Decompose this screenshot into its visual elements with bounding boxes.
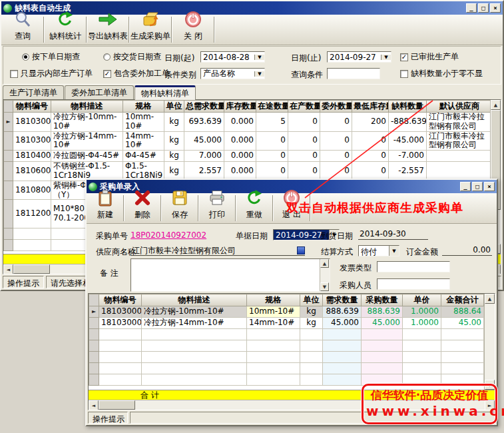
row-selector[interactable] bbox=[4, 131, 13, 151]
column-header[interactable]: 物料编号 bbox=[13, 101, 51, 113]
row-selector[interactable] bbox=[4, 181, 13, 200]
grid-cell[interactable]: 冷拉圆钢-Φ4-45# bbox=[51, 151, 123, 162]
row-selector[interactable] bbox=[89, 318, 99, 329]
column-header[interactable]: 库存数量 bbox=[224, 101, 256, 113]
grid-cell[interactable]: Φ4-45# bbox=[123, 151, 164, 162]
grid-cell[interactable]: 693.639 bbox=[184, 113, 224, 132]
grid-cell[interactable]: kg bbox=[164, 131, 184, 151]
chevron-down-icon[interactable]: ▼ bbox=[254, 55, 264, 60]
row-selector[interactable] bbox=[4, 239, 13, 250]
column-header[interactable]: 单位 bbox=[300, 294, 323, 306]
grid-cell[interactable]: 10mm-10# bbox=[247, 306, 300, 318]
minimize-icon[interactable]: _ bbox=[466, 3, 477, 13]
grid-cell[interactable] bbox=[427, 151, 491, 162]
row-selector[interactable] bbox=[4, 228, 13, 239]
invoice-type-input[interactable] bbox=[377, 261, 450, 272]
grid-cell[interactable]: 0 bbox=[320, 151, 352, 162]
scroll-up-icon[interactable]: ▲ bbox=[320, 259, 329, 268]
po-no-link[interactable]: 18P020140927002 bbox=[130, 230, 206, 240]
close-icon[interactable]: × bbox=[490, 3, 501, 13]
checkbox-internal-only[interactable]: 只显示内部生产订单 bbox=[10, 68, 93, 79]
table-row[interactable]: ►1810300001冷拉方钢-10mm-10#10mm-10#kg693.63… bbox=[4, 113, 491, 132]
column-header[interactable]: 委外数量 bbox=[320, 101, 352, 113]
deposit-input[interactable]: 0.00 bbox=[442, 245, 492, 256]
grid-cell[interactable]: 1810300002 bbox=[13, 131, 51, 151]
grid-cell[interactable]: 0.000 bbox=[224, 131, 256, 151]
row-selector[interactable] bbox=[4, 151, 13, 162]
vertical-scrollbar[interactable]: ▲ ▼ bbox=[484, 294, 495, 390]
column-header[interactable]: 单位 bbox=[164, 101, 184, 113]
grid-cell[interactable]: 0.000 bbox=[224, 162, 256, 181]
grid-cell[interactable]: 1810300001 bbox=[99, 306, 142, 318]
grid-cell[interactable]: 1810800001 bbox=[13, 181, 51, 200]
grid-cell[interactable]: kg bbox=[164, 151, 184, 162]
grid-cell[interactable]: 0 bbox=[256, 162, 288, 181]
grid-cell[interactable] bbox=[427, 162, 491, 181]
grid-cell[interactable]: 45.000 bbox=[184, 131, 224, 151]
row-selector[interactable]: ► bbox=[4, 113, 13, 132]
row-selector[interactable] bbox=[4, 162, 13, 181]
arrival-date-input[interactable]: 2014-09-30 bbox=[358, 229, 428, 240]
grid-cell[interactable]: 1811200001 bbox=[13, 200, 51, 228]
grid-cell[interactable]: 江门市毅丰冷拉型钢有限公司 bbox=[427, 131, 491, 151]
row-selector[interactable] bbox=[89, 363, 99, 374]
supplier-input[interactable]: 江门市毅丰冷拉型钢有限公司 bbox=[130, 245, 305, 256]
grid-cell[interactable]: 1.0000 bbox=[403, 306, 441, 318]
grid-cell[interactable]: 2.557 bbox=[184, 162, 224, 181]
chevron-down-icon[interactable]: ▼ bbox=[254, 71, 264, 77]
grid-cell[interactable]: 45.000 bbox=[362, 318, 403, 329]
radio-by-delivery-date[interactable]: 按交货日期查 bbox=[103, 51, 161, 63]
grid-cell[interactable]: kg bbox=[164, 162, 184, 181]
grid-cell[interactable]: 冷拉方钢-14mm-10# bbox=[51, 131, 123, 151]
table-row[interactable]: 1810300002冷拉方钢-14mm-10#14mm-10#kg45.0004… bbox=[89, 318, 484, 329]
remark-textarea[interactable]: ▲▼ bbox=[130, 258, 330, 292]
column-header[interactable]: 在途数量 bbox=[256, 101, 288, 113]
table-row[interactable]: 1810600001不锈钢丝-Φ1.5-1Cr18Ni9Φ1.5-1Cr18Ni… bbox=[4, 162, 491, 181]
date-to-select[interactable]: 2014-09-27▼ bbox=[327, 51, 391, 63]
scroll-down-icon[interactable]: ▼ bbox=[320, 282, 329, 291]
grid-cell[interactable]: 200 bbox=[352, 113, 389, 132]
grid-cell[interactable]: 888.639 bbox=[323, 306, 362, 318]
grid-cell[interactable]: 5 bbox=[256, 113, 288, 132]
grid-cell[interactable]: 0 bbox=[256, 131, 288, 151]
grid-cell[interactable]: Φ1.5-1Cr18Ni9 bbox=[123, 162, 164, 181]
close-window-button[interactable]: 关 闭 bbox=[173, 15, 213, 44]
table-row[interactable]: 1810300002冷拉方钢-14mm-10#14mm-10#kg45.0000… bbox=[4, 131, 491, 151]
column-header[interactable]: 物料编号 bbox=[99, 294, 142, 306]
checkbox-include-outsourcing[interactable]: ✓包含委外加工单 bbox=[103, 68, 170, 79]
grid-cell[interactable]: 不锈钢丝-Φ1.5-1Cr18Ni9 bbox=[51, 162, 123, 181]
tab-production-orders[interactable]: 生产订单清单 bbox=[3, 85, 64, 99]
scroll-thumb[interactable] bbox=[13, 264, 50, 274]
maximize-icon[interactable]: □ bbox=[472, 182, 483, 191]
grid-cell[interactable]: kg bbox=[164, 113, 184, 132]
new-button[interactable]: 新建 bbox=[88, 194, 123, 222]
grid-cell[interactable]: kg bbox=[300, 318, 323, 329]
column-header[interactable]: 规格 bbox=[123, 101, 164, 113]
save-button[interactable]: 保存 bbox=[162, 194, 197, 222]
generate-po-button[interactable]: 生成采购单 bbox=[130, 15, 170, 44]
grid-cell[interactable]: 1810400017 bbox=[13, 151, 51, 162]
grid-cell[interactable]: 1810300001 bbox=[13, 113, 51, 132]
grid-cell[interactable]: 1810300002 bbox=[99, 318, 142, 329]
row-selector[interactable] bbox=[89, 352, 99, 363]
grid-cell[interactable]: -2.557 bbox=[389, 162, 427, 181]
scroll-left-icon[interactable]: ◄ bbox=[3, 264, 13, 274]
grid-cell[interactable]: 0 bbox=[256, 151, 288, 162]
column-header[interactable]: 总需求数量 bbox=[184, 101, 224, 113]
export-shortage-button[interactable]: 导出缺料表 bbox=[88, 15, 128, 44]
column-header[interactable]: 缺料数量 bbox=[389, 101, 427, 113]
grid-cell[interactable]: 888.639 bbox=[362, 306, 403, 318]
column-header[interactable]: 最低库存量 bbox=[352, 101, 389, 113]
print-button[interactable]: 打印 bbox=[200, 194, 234, 222]
grid-cell[interactable]: 0 bbox=[352, 151, 389, 162]
table-row[interactable]: 1810400017冷拉圆钢-Φ4-45#Φ4-45#kg7.0000.0000… bbox=[4, 151, 491, 162]
column-header[interactable]: 金额合计 bbox=[441, 294, 484, 306]
grid-cell[interactable]: 0 bbox=[288, 162, 320, 181]
grid-cell[interactable]: -45.000 bbox=[389, 131, 427, 151]
column-header[interactable]: 默认供应商 bbox=[427, 101, 491, 113]
column-header[interactable]: 规格 bbox=[247, 294, 300, 306]
grid-cell[interactable]: 0.000 bbox=[224, 113, 256, 132]
scroll-thumb[interactable] bbox=[99, 400, 135, 410]
row-selector[interactable] bbox=[89, 329, 99, 340]
column-header[interactable]: 需求数量 bbox=[323, 294, 362, 306]
